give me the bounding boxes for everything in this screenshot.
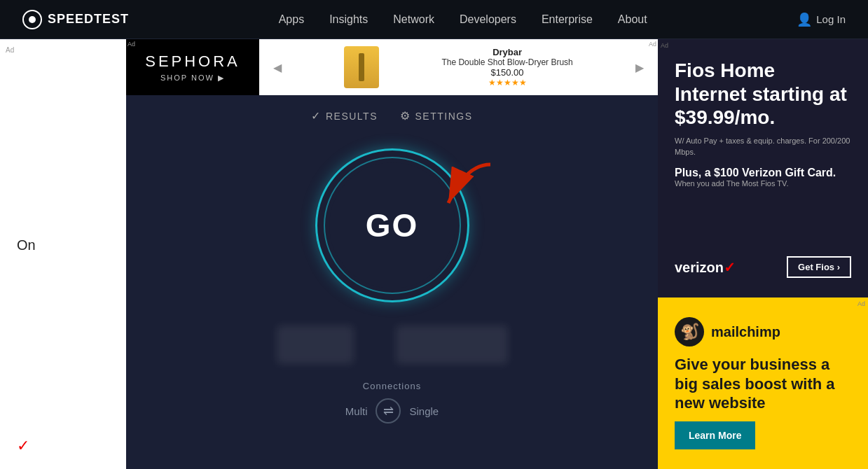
verizon-offer-sub: When you add The Most Fios TV. bbox=[675, 179, 851, 188]
drybar-prev-arrow[interactable]: ◀ bbox=[273, 61, 282, 74]
logo[interactable]: SPEEDTEST bbox=[22, 10, 129, 29]
tab-results[interactable]: ✓ RESULTS bbox=[311, 109, 378, 122]
connections-toggle: Multi ⇌ Single bbox=[345, 398, 439, 424]
stat-block-2 bbox=[396, 326, 508, 364]
main-layout: Ad On ✓ Ad SEPHORA SHOP NOW ▶ ◀ Drybar T… bbox=[0, 39, 868, 469]
speedtest-area: ✓ RESULTS ⚙ SETTINGS GO bbox=[126, 95, 658, 469]
ad-banner: Ad SEPHORA SHOP NOW ▶ ◀ Drybar The Doubl… bbox=[126, 39, 658, 95]
mailchimp-headline: Give your business a big sales boost wit… bbox=[675, 355, 851, 413]
login-button[interactable]: 👤 Log In bbox=[797, 12, 846, 27]
nav-insights[interactable]: Insights bbox=[329, 13, 368, 26]
drybar-brand: Drybar bbox=[441, 47, 572, 57]
check-icon: ✓ bbox=[17, 437, 29, 454]
user-icon: 👤 bbox=[797, 12, 812, 27]
connections-label: Connections bbox=[363, 381, 421, 391]
toggle-icon: ⇌ bbox=[383, 403, 394, 419]
mailchimp-monkey-icon: 🐒 bbox=[675, 317, 704, 346]
verizon-ad[interactable]: Ad Fios Home Internet starting at $39.99… bbox=[658, 39, 868, 298]
drybar-ad[interactable]: ◀ Drybar The Double Shot Blow-Dryer Brus… bbox=[259, 39, 658, 95]
go-arrow-icon bbox=[410, 158, 501, 227]
verizon-offer: Plus, a $100 Verizon Gift Card. bbox=[675, 167, 851, 179]
drybar-product: The Double Shot Blow-Dryer Brush bbox=[441, 57, 572, 67]
nav-developers[interactable]: Developers bbox=[460, 13, 516, 26]
sephora-sub: SHOP NOW ▶ bbox=[160, 74, 225, 83]
verizon-check-mark: ✓ bbox=[0, 437, 29, 462]
tab-results-label: RESULTS bbox=[326, 111, 378, 122]
verizon-logo: verizon✓ bbox=[675, 259, 736, 276]
login-label: Log In bbox=[816, 13, 846, 25]
mailchimp-ad[interactable]: Ad 🐒 mailchimp Give your business a big … bbox=[658, 298, 868, 469]
ad-label-banner: Ad bbox=[128, 41, 135, 48]
mailchimp-cta-button[interactable]: Learn More bbox=[675, 421, 755, 449]
results-icon: ✓ bbox=[311, 109, 322, 122]
navbar: SPEEDTEST Apps Insights Network Develope… bbox=[0, 0, 868, 39]
stats-row bbox=[277, 326, 508, 364]
ad-label-verizon: Ad bbox=[661, 42, 668, 49]
drybar-price: $150.00 bbox=[441, 67, 572, 78]
ad-label-mailchimp: Ad bbox=[857, 300, 865, 307]
drybar-product-image bbox=[344, 46, 379, 88]
ad-label-left: Ad bbox=[0, 46, 14, 54]
center-content: Ad SEPHORA SHOP NOW ▶ ◀ Drybar The Doubl… bbox=[126, 39, 658, 469]
sephora-name: SEPHORA bbox=[145, 52, 240, 71]
mailchimp-header: 🐒 mailchimp bbox=[675, 317, 851, 346]
logo-text: SPEEDTEST bbox=[48, 12, 129, 27]
settings-icon: ⚙ bbox=[400, 109, 411, 122]
tabs: ✓ RESULTS ⚙ SETTINGS bbox=[311, 109, 472, 122]
connections-section: Connections Multi ⇌ Single bbox=[345, 381, 439, 424]
nav-apps[interactable]: Apps bbox=[279, 13, 304, 26]
drybar-info: Drybar The Double Shot Blow-Dryer Brush … bbox=[441, 47, 572, 88]
drybar-next-arrow[interactable]: ▶ bbox=[635, 61, 644, 74]
go-button-wrapper: GO bbox=[312, 145, 473, 306]
verizon-sub: W/ Auto Pay + taxes & equip. charges. Fo… bbox=[675, 135, 851, 158]
sephora-ad[interactable]: SEPHORA SHOP NOW ▶ bbox=[126, 39, 259, 95]
verizon-footer: verizon✓ Get Fios › bbox=[675, 256, 851, 278]
stat-block-1 bbox=[277, 326, 354, 364]
on-text: On bbox=[0, 237, 36, 253]
mailchimp-logo-text: mailchimp bbox=[711, 324, 780, 340]
nav-links: Apps Insights Network Developers Enterpr… bbox=[279, 13, 647, 26]
sidebar-left-ad: Ad On ✓ bbox=[0, 39, 126, 469]
verizon-checkmark: ✓ bbox=[724, 260, 736, 275]
connections-single-label: Single bbox=[409, 405, 439, 417]
connections-multi-label: Multi bbox=[345, 405, 368, 417]
nav-network[interactable]: Network bbox=[393, 13, 434, 26]
nav-about[interactable]: About bbox=[618, 13, 647, 26]
get-fios-button[interactable]: Get Fios › bbox=[787, 256, 851, 278]
connections-toggle-button[interactable]: ⇌ bbox=[376, 398, 401, 424]
ad-label-banner-end: Ad bbox=[649, 41, 656, 48]
sidebar-right: Ad Fios Home Internet starting at $39.99… bbox=[658, 39, 868, 469]
svg-point-1 bbox=[29, 16, 36, 23]
tab-settings[interactable]: ⚙ SETTINGS bbox=[400, 109, 473, 122]
tab-settings-label: SETTINGS bbox=[415, 111, 473, 122]
nav-enterprise[interactable]: Enterprise bbox=[542, 13, 593, 26]
drybar-stars: ★★★★★ bbox=[441, 78, 572, 88]
verizon-headline: Fios Home Internet starting at $39.99/mo… bbox=[675, 59, 851, 130]
